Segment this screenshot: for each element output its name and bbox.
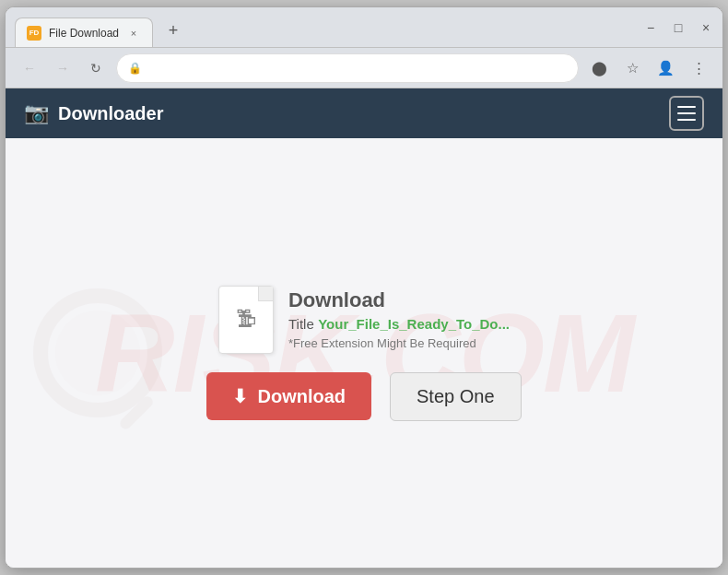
profile-icon[interactable]: 👤 (652, 55, 678, 81)
toolbar: ← → ↻ 🔒 ⬤ ☆ 👤 ⋮ (6, 48, 722, 88)
tab-title: File Download (49, 27, 119, 40)
reload-button[interactable]: ↻ (83, 55, 109, 81)
file-title-value: Your_File_Is_Ready_To_Do... (318, 316, 510, 332)
maximize-button[interactable]: □ (671, 20, 686, 35)
file-zip-icon: 🗜 (236, 308, 256, 332)
window-controls: − □ × (634, 20, 713, 35)
hamburger-menu-button[interactable] (669, 96, 704, 131)
download-arrow-icon: ⬇ (232, 385, 248, 407)
toolbar-right: ⬤ ☆ 👤 ⋮ (586, 55, 711, 81)
tab-area: FD File Download × + (15, 7, 634, 47)
step-one-label: Step One (417, 386, 495, 406)
app-brand: 📷 Downloader (24, 101, 163, 125)
favicon-label: FD (29, 29, 40, 37)
tab-favicon: FD (27, 26, 41, 41)
brand-name: Downloader (58, 103, 163, 124)
file-info-row: 🗜 Download Title Your_File_Is_Ready_To_D… (218, 286, 510, 354)
active-tab[interactable]: FD File Download × (15, 18, 153, 47)
main-content: RISK.COM 🗜 Download Title Your_File_Is_R… (6, 138, 722, 568)
tab-close-button[interactable]: × (126, 26, 141, 41)
app-navbar: 📷 Downloader (6, 88, 722, 138)
download-heading: Download (288, 288, 510, 312)
file-title-row: Title Your_File_Is_Ready_To_Do... (288, 316, 510, 333)
star-icon[interactable]: ☆ (619, 55, 645, 81)
close-window-button[interactable]: × (699, 20, 713, 35)
extensions-icon[interactable]: ⬤ (586, 55, 612, 81)
minimize-button[interactable]: − (643, 20, 658, 35)
ham-line-3 (677, 119, 696, 121)
title-bar: FD File Download × + − □ × (6, 7, 722, 48)
ham-line-2 (677, 112, 696, 114)
magnifier-watermark (33, 288, 162, 417)
brand-icon: 📷 (24, 101, 49, 125)
menu-icon[interactable]: ⋮ (686, 55, 711, 81)
action-row: ⬇ Download Step One (206, 372, 521, 421)
ham-line-1 (677, 106, 696, 108)
address-bar[interactable]: 🔒 (116, 53, 579, 83)
browser-window: FD File Download × + − □ × ← → ↻ 🔒 ⬤ (5, 6, 723, 569)
download-card: 🗜 Download Title Your_File_Is_Ready_To_D… (206, 286, 521, 421)
new-tab-button[interactable]: + (160, 18, 186, 44)
step-one-button[interactable]: Step One (390, 372, 522, 421)
download-button-label: Download (257, 386, 346, 407)
forward-button[interactable]: → (50, 55, 76, 81)
file-icon-box: 🗜 (218, 286, 274, 354)
file-meta: Download Title Your_File_Is_Ready_To_Do.… (288, 288, 510, 350)
file-icon-fold (258, 287, 273, 301)
download-button[interactable]: ⬇ Download (206, 372, 371, 420)
lock-icon: 🔒 (128, 62, 142, 75)
back-button[interactable]: ← (17, 55, 42, 81)
file-title-label: Title (288, 316, 314, 332)
file-note: *Free Extension Might Be Required (288, 336, 510, 350)
